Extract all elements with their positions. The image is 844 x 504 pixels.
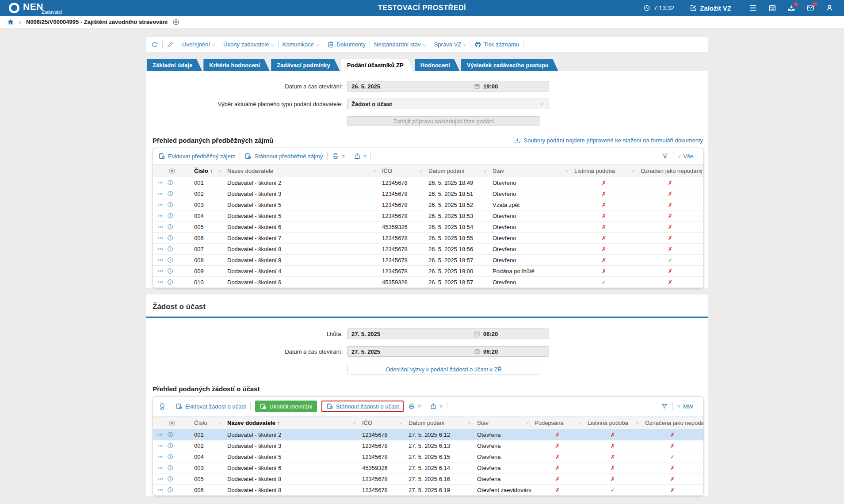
row-menu-icon[interactable] [157, 487, 164, 493]
filter-preset-select[interactable]: ▽MW [677, 403, 693, 410]
info-icon[interactable] [167, 476, 173, 482]
opening-datetime-field[interactable]: 26. 5. 2025 19:00 [347, 81, 549, 92]
filter-triangle-icon[interactable]: ▽ [468, 421, 471, 425]
filter-triangle-icon[interactable]: ▽ [400, 421, 402, 425]
filter-triangle-icon[interactable]: ▽ [420, 169, 422, 173]
close-record-icon[interactable] [172, 19, 179, 26]
filter-triangle-icon[interactable]: ▽ [579, 421, 581, 425]
table-row[interactable]: 009Dodavatel - školení 41234567826. 5. 2… [153, 266, 703, 277]
column-header-6[interactable]: Označen jako nepodaný [637, 164, 703, 177]
info-icon[interactable] [167, 279, 173, 285]
menu-nestandardni-stav[interactable]: Nestandardní stav▽ [374, 41, 426, 48]
row-menu-icon[interactable] [157, 431, 164, 438]
column-header-6[interactable]: Listinná podoba▽ [584, 416, 642, 429]
menu-uverejneni[interactable]: Uveřejnění▽ [182, 41, 215, 48]
main-menu-button[interactable] [749, 4, 757, 12]
print-table-button[interactable]: ▽ [408, 403, 420, 410]
tab-hodnoceni[interactable]: Hodnocení [415, 59, 460, 71]
refresh-button[interactable] [151, 41, 158, 48]
info-icon[interactable] [167, 246, 173, 252]
info-icon[interactable] [167, 487, 173, 493]
table-row[interactable]: 002Dodavatel - školení 31234567826. 5. 2… [153, 188, 703, 199]
table-row[interactable]: 001Dodavatel - školení 21234567827. 5. 2… [153, 429, 703, 440]
table-row[interactable]: 008Dodavatel - školení 91234567826. 5. 2… [153, 255, 703, 266]
nen-logo[interactable]: NEN Zadavatel [9, 2, 62, 15]
table-row[interactable]: 001Dodavatel - školení 21234567826. 5. 2… [153, 177, 703, 188]
filter-triangle-icon[interactable]: ▽ [218, 421, 221, 425]
downloads-button[interactable] [787, 4, 795, 12]
export-table-button[interactable]: ▽ [354, 153, 366, 160]
user-button[interactable] [825, 4, 833, 12]
column-header-3[interactable]: Datum podání▽ [425, 164, 489, 177]
column-header-1[interactable]: Název dodavatele↑▽ [224, 416, 359, 429]
filter-button[interactable] [661, 403, 668, 410]
row-menu-icon[interactable] [157, 443, 164, 449]
filter-triangle-icon[interactable]: ▽ [353, 421, 356, 425]
filter-button[interactable] [661, 153, 668, 160]
table-row[interactable]: 004Dodavatel - školení 51234567826. 5. 2… [153, 210, 703, 221]
evidovat-zadost-button[interactable]: Evidovat žádost o účast [176, 403, 246, 410]
filter-preset-select[interactable]: ▽Vše [678, 153, 693, 160]
evidovat-predbezny-zajem-button[interactable]: Evidovat předběžný zájem [158, 153, 235, 160]
submission-type-select[interactable]: Žádost o účast [347, 99, 549, 109]
row-menu-icon[interactable] [157, 268, 164, 274]
info-icon[interactable] [167, 454, 173, 460]
start-next-phase-button[interactable]: Zahájit přípravu následující fáze podání [347, 116, 540, 126]
column-header-1[interactable]: Název dodavatele▽ [224, 164, 378, 177]
column-header-0[interactable]: Číslo↑▽ [191, 164, 224, 177]
column-header-5[interactable]: Listinná podoba▽ [571, 164, 637, 177]
breadcrumb-item[interactable]: N006/25/V00004995 - Zajištění závodního … [26, 19, 168, 25]
column-settings-button[interactable] [153, 416, 191, 429]
calendar-button[interactable] [768, 4, 776, 12]
column-header-0[interactable]: Číslo▽ [191, 416, 224, 429]
column-header-2[interactable]: IČO▽ [378, 164, 425, 177]
filter-triangle-icon[interactable]: ▽ [373, 169, 376, 173]
row-menu-icon[interactable] [157, 246, 164, 252]
tab-vysledek-zadavaciho-postupu[interactable]: Výsledek zadávacího postupu [461, 59, 558, 71]
lhuta-field[interactable]: 27. 5. 2025 06:20 [347, 328, 549, 339]
menu-dokumenty[interactable]: Dokumenty [327, 41, 366, 48]
info-icon[interactable] [167, 431, 173, 438]
info-icon[interactable] [167, 443, 173, 449]
column-header-3[interactable]: Datum podání▽ [405, 416, 474, 429]
row-menu-icon[interactable] [157, 191, 164, 197]
row-menu-icon[interactable] [157, 235, 164, 241]
tab-zakladni-udaje[interactable]: Základní údaje [147, 59, 202, 71]
row-menu-icon[interactable] [157, 202, 164, 208]
column-header-7[interactable]: Označena jako nepodaná▽ [642, 416, 703, 429]
table-row[interactable]: 002Dodavatel - školení 31234567827. 5. 2… [153, 440, 703, 451]
menu-sprava-vz[interactable]: Správa VZ▽ [434, 41, 466, 48]
edit-record-button[interactable] [167, 41, 174, 48]
row-menu-icon[interactable] [157, 454, 164, 460]
ukoncit-otevirani-button[interactable]: Ukončit otevírání [255, 401, 317, 412]
info-icon[interactable] [167, 191, 173, 197]
info-icon[interactable] [167, 257, 173, 263]
table-row[interactable]: 006Dodavatel - školení 71234567826. 5. 2… [153, 233, 703, 244]
table-row[interactable]: 005Dodavatel - školení 81234567827. 5. 2… [153, 473, 703, 485]
stahnout-predbezne-zajmy-button[interactable]: Stáhnout předběžné zájmy [244, 153, 323, 160]
column-settings-button[interactable] [153, 164, 191, 177]
column-header-5[interactable]: Podepsána▽ [531, 416, 584, 429]
table-row[interactable]: 004Dodavatel - školení 51234567827. 5. 2… [153, 451, 703, 462]
row-menu-icon[interactable] [157, 224, 164, 230]
column-header-2[interactable]: IČO▽ [359, 416, 405, 429]
submission-files-link[interactable]: Soubory podání najdete připravené ke sta… [514, 137, 703, 144]
export-table-button[interactable]: ▽ [430, 403, 442, 410]
row-menu-icon[interactable] [157, 213, 164, 219]
filter-triangle-icon[interactable]: ▽ [632, 169, 634, 173]
row-menu-icon[interactable] [157, 179, 164, 186]
send-request-button[interactable]: Odeslání výzvy k podání žádosti o účast … [347, 364, 540, 374]
filter-triangle-icon[interactable]: ▽ [218, 169, 221, 173]
stahnout-zadosti-button[interactable]: Stáhnout žádosti o účast [326, 403, 399, 410]
info-icon[interactable] [167, 235, 173, 241]
info-icon[interactable] [167, 213, 173, 219]
filter-triangle-icon[interactable]: ▽ [484, 169, 486, 173]
create-vz-button[interactable]: Založit VZ [690, 4, 731, 12]
zadost-opening-field[interactable]: 27. 5. 2025 06:20 [347, 346, 549, 357]
home-icon[interactable] [7, 19, 14, 26]
print-table-button[interactable]: ▽ [332, 153, 344, 160]
table-row[interactable]: 006Dodavatel - školení 81234567827. 5. 2… [153, 485, 703, 496]
row-menu-icon[interactable] [157, 279, 164, 285]
table-row[interactable]: 005Dodavatel - školení 64535932626. 5. 2… [153, 221, 703, 233]
menu-tisk-zaznamu[interactable]: Tisk záznamu [474, 41, 519, 48]
